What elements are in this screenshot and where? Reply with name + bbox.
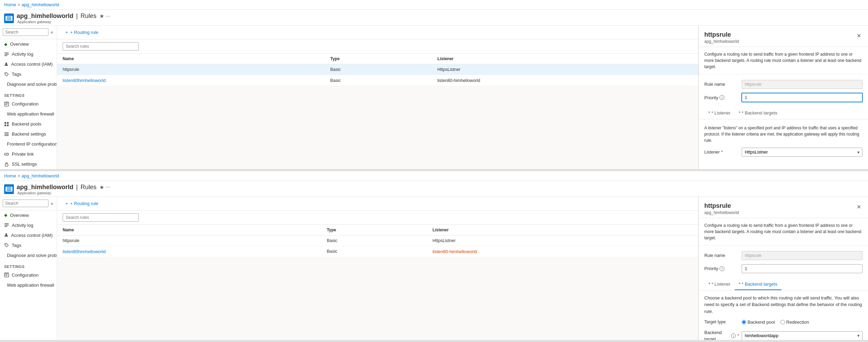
col-type-bottom: Type	[321, 225, 427, 235]
row-type-bottom-1: Basic	[321, 246, 427, 257]
app-icon-line3-b	[7, 190, 11, 191]
svg-rect-19	[4, 226, 7, 227]
sidebar-collapse-btn-top[interactable]: «	[50, 29, 54, 36]
tab-listener-top[interactable]: * * Listener	[704, 108, 735, 119]
table-search-input-top[interactable]	[63, 42, 139, 50]
sidebar-item-waf-top[interactable]: Web application firewall	[0, 109, 57, 119]
tag-icon-bottom	[4, 243, 9, 248]
radio-redirection[interactable]: Redirection	[780, 319, 809, 326]
sidebar-item-tags-top[interactable]: Tags	[0, 69, 57, 79]
panel-body-top: Rule name Priority i	[699, 74, 868, 108]
rule-name-row-top: Rule name	[704, 80, 862, 89]
row-name-bottom-1[interactable]: listen80himhelloworld	[63, 249, 106, 254]
search-input-top[interactable]	[3, 28, 48, 36]
panel-title-group-top: httpsrule apg_himhelloworld	[704, 31, 739, 44]
sidebar-item-config-top[interactable]: Configuration	[0, 99, 57, 109]
radio-backend-pool[interactable]: Backend pool	[742, 319, 775, 326]
sidebar-item-iam-top[interactable]: Access control (IAM)	[0, 59, 57, 69]
sidebar-item-config-bottom[interactable]: Configuration	[0, 270, 57, 280]
app-icon-inner-top	[6, 16, 12, 21]
svg-rect-18	[4, 225, 9, 225]
row-name-top-1[interactable]: listen80himhelloworld	[63, 78, 106, 83]
settings-icon-top	[4, 132, 9, 137]
table-row[interactable]: listen80himhelloworld Basic listen80-him…	[57, 75, 698, 86]
backend-target-select-wrapper: himhelloworldapp	[742, 331, 862, 340]
priority-input-bottom[interactable]	[742, 264, 862, 273]
panel-title-bottom: httpsrule	[704, 202, 739, 210]
row-listener-bottom-1[interactable]: listen80-himhelloworld	[433, 249, 477, 254]
sidebar-item-private-link-top[interactable]: Private link	[0, 149, 57, 159]
favorite-star-bottom[interactable]: ★	[99, 184, 104, 191]
content-toolbar-bottom: + + Routing rule	[57, 197, 698, 211]
page-name-top: Rules	[81, 12, 97, 20]
row-listener-top-0: HttpsListner	[432, 64, 698, 75]
app-icon-line2	[7, 18, 11, 19]
add-routing-rule-btn-top[interactable]: + + Routing rule	[63, 28, 101, 36]
sidebar-item-diagnose-top[interactable]: Diagnose and solve problems	[0, 79, 57, 89]
sidebar-bottom: « ◆ Overview Activity log Access control…	[0, 197, 57, 340]
table-row[interactable]: listen80himhelloworld Basic listen80-him…	[57, 246, 698, 257]
listener-select-top[interactable]: HttpsListner listen80-himhelloworld	[742, 148, 862, 157]
panel-close-btn-bottom[interactable]: ✕	[855, 202, 862, 212]
tab-backend-targets-top[interactable]: * * Backend targets	[735, 108, 781, 119]
svg-rect-12	[4, 132, 9, 133]
sidebar-item-overview-bottom[interactable]: ◆ Overview	[0, 210, 57, 220]
rule-name-label-top: Rule name	[704, 82, 739, 87]
table-row[interactable]: httpsrule Basic HttpsListner	[57, 64, 698, 75]
table-row[interactable]: httpsrule Basic HttpsListner	[57, 235, 698, 246]
add-routing-rule-btn-bottom[interactable]: + + Routing rule	[63, 200, 101, 207]
panel-body-bottom: Rule name Priority i	[699, 246, 868, 279]
app-icon-line3	[7, 19, 11, 20]
rules-table-top: Name Type Listener httpsrule Basic Https…	[57, 54, 698, 86]
sidebar-item-waf-bottom[interactable]: Web application firewall	[0, 280, 57, 290]
sidebar-item-iam-bottom[interactable]: Access control (IAM)	[0, 230, 57, 240]
search-input-bottom[interactable]	[3, 200, 48, 207]
radio-redirection-input[interactable]	[780, 320, 785, 324]
breadcrumb-home-bottom[interactable]: Home	[4, 173, 16, 178]
backend-desc-bottom: Choose a backend pool to which this rout…	[704, 295, 862, 315]
table-search-input-bottom[interactable]	[63, 213, 139, 222]
backend-target-row: Backend target i himhelloworldapp	[704, 329, 862, 340]
col-name-top: Name	[57, 54, 325, 64]
content-top: + + Routing rule Name Type Listener	[57, 26, 698, 169]
sidebar-collapse-btn-bottom[interactable]: «	[50, 200, 54, 207]
priority-info-icon-top[interactable]: i	[720, 95, 724, 100]
backend-target-select[interactable]: himhelloworldapp	[742, 331, 862, 340]
rule-name-input-bottom[interactable]	[742, 251, 862, 260]
breadcrumb-home-top[interactable]: Home	[4, 2, 16, 7]
sidebar-item-backend-settings-top[interactable]: Backend settings	[0, 129, 57, 139]
row-name-top-0: httpsrule	[57, 64, 325, 75]
priority-input-top[interactable]	[742, 93, 862, 102]
radio-backend-pool-input[interactable]	[742, 320, 746, 324]
breadcrumb-resource-bottom[interactable]: apg_himhelloworld	[21, 173, 59, 178]
page-name-bottom: Rules	[81, 184, 97, 191]
panel-close-btn-top[interactable]: ✕	[855, 31, 862, 40]
sidebar-item-diagnose-bottom[interactable]: Diagnose and solve problems	[0, 250, 57, 260]
tab-backend-targets-bottom[interactable]: * * Backend targets	[735, 279, 781, 290]
rule-name-input-top[interactable]	[742, 80, 862, 89]
app-icon-line1	[7, 17, 11, 17]
sidebar-item-backend-pools-top[interactable]: Backend pools	[0, 119, 57, 129]
app-icon-lines-bottom	[7, 187, 11, 191]
backend-body-bottom: Choose a backend pool to which this rout…	[699, 290, 868, 340]
favorite-star-top[interactable]: ★	[99, 13, 104, 19]
sidebar-item-ssl-top[interactable]: SSL settings	[0, 159, 57, 169]
app-icon-inner-bottom	[6, 187, 12, 192]
priority-info-icon-bottom[interactable]: i	[720, 266, 724, 271]
tab-listener-bottom[interactable]: * * Listener	[704, 279, 735, 290]
main-area-bottom: « ◆ Overview Activity log Access control…	[0, 197, 868, 340]
sidebar-item-activity-log-bottom[interactable]: Activity log	[0, 220, 57, 230]
more-options-bottom[interactable]: ···	[106, 184, 110, 190]
priority-label-top: Priority i	[704, 95, 739, 100]
svg-rect-1	[4, 54, 9, 55]
right-panel-top: httpsrule apg_himhelloworld ✕ Configure …	[698, 26, 868, 169]
priority-row-top: Priority i	[704, 93, 862, 102]
sidebar-item-tags-bottom[interactable]: Tags	[0, 240, 57, 250]
more-options-top[interactable]: ···	[106, 13, 110, 19]
sidebar-item-frontend-ip-top[interactable]: Frontend IP configurations	[0, 139, 57, 149]
sidebar-item-overview-top[interactable]: ◆ Overview	[0, 39, 57, 49]
backend-target-info-icon[interactable]: i	[731, 333, 736, 338]
breadcrumb-resource-top[interactable]: apg_himhelloworld	[21, 2, 59, 7]
sidebar-item-activity-log-top[interactable]: Activity log	[0, 49, 57, 59]
app-icon-line2-b	[7, 189, 11, 190]
